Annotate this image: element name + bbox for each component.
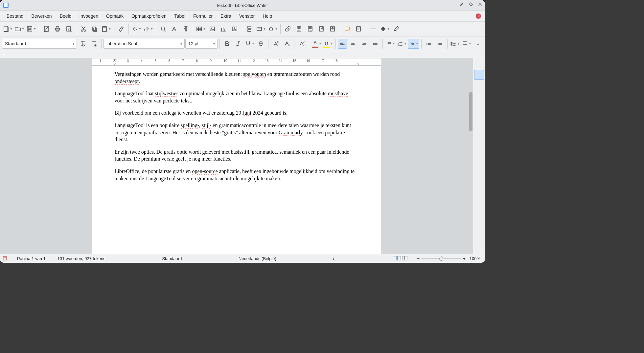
export-pdf-button[interactable]: [41, 24, 52, 34]
bullet-list-button[interactable]: ▼: [385, 39, 396, 49]
text-run[interactable]: Bij voorbeeld om een collega te vertelle…: [115, 110, 243, 116]
paragraph[interactable]: Vergissingen worden gemarkeerd met versc…: [115, 71, 358, 85]
text-run[interactable]: .: [139, 78, 140, 84]
menu-tabel[interactable]: Tabel: [171, 11, 189, 21]
formatting-marks-button[interactable]: [180, 24, 191, 34]
menu-beeld[interactable]: Beeld: [56, 11, 76, 21]
italic-button[interactable]: [233, 39, 243, 49]
insert-textbox-button[interactable]: [229, 24, 240, 34]
left-indent-marker[interactable]: △: [114, 62, 117, 65]
update-style-button[interactable]: [78, 39, 88, 49]
menu-bewerken[interactable]: Bewerken: [27, 11, 56, 21]
insert-footnote-button[interactable]: [294, 24, 304, 34]
spelling-error[interactable]: stijlwesties: [155, 91, 178, 96]
insert-comment-button[interactable]: [342, 24, 353, 34]
menu-help[interactable]: Help: [259, 11, 276, 21]
insert-bookmark-button[interactable]: [316, 24, 327, 34]
paragraph-style-combo[interactable]: Standaard: [2, 39, 77, 49]
paragraph[interactable]: Bij voorbeeld om een collega te vertelle…: [115, 109, 358, 117]
align-center-button[interactable]: [348, 39, 358, 49]
right-indent-marker[interactable]: △: [356, 62, 359, 65]
sidebar-manage-changes-button[interactable]: [474, 134, 484, 143]
strikethrough-button[interactable]: [256, 39, 266, 49]
paragraph[interactable]: LibreOffice, de populairste gratis en op…: [115, 168, 358, 182]
menu-invoegen[interactable]: Invoegen: [75, 11, 102, 21]
text-run[interactable]: en grammaticafouten worden rood: [266, 71, 340, 77]
save-button[interactable]: ▼: [26, 24, 37, 34]
undo-button[interactable]: ▼: [131, 24, 142, 34]
number-list-button[interactable]: 123▼: [396, 39, 407, 49]
close-button[interactable]: [478, 2, 482, 7]
insert-field-button[interactable]: ▼: [255, 24, 266, 34]
menu-extra[interactable]: Extra: [217, 11, 235, 21]
zoom-out-button[interactable]: −: [417, 256, 420, 261]
clear-formatting-button[interactable]: [296, 39, 307, 49]
increase-indent-button[interactable]: [424, 39, 434, 49]
status-view-layout[interactable]: [391, 255, 409, 262]
status-language[interactable]: Nederlands (België): [237, 255, 278, 262]
print-preview-button[interactable]: [63, 24, 74, 34]
sidebar-gallery-button[interactable]: [474, 92, 484, 101]
spelling-error[interactable]: Grammarly: [279, 130, 303, 135]
sidebar-page-deck-button[interactable]: [474, 113, 484, 122]
sidebar-navigator-button[interactable]: [474, 102, 484, 111]
status-insert-mode[interactable]: I_: [331, 255, 338, 262]
document-canvas[interactable]: 123456789101112131415161718▽△△ Vergissin…: [0, 58, 473, 254]
document-page[interactable]: Vergissingen worden gemarkeerd met versc…: [92, 65, 381, 254]
para-spacing-button[interactable]: ▼: [461, 39, 472, 49]
zoom-in-button[interactable]: +: [463, 256, 466, 261]
spelling-error[interactable]: Juni: [242, 110, 251, 116]
paragraph[interactable]: Er zijn twee opties. De gratis optie wor…: [115, 148, 358, 163]
text-run[interactable]: ,: [199, 122, 202, 128]
insert-page-break-button[interactable]: [244, 24, 255, 34]
zoom-percent[interactable]: 100%: [468, 255, 482, 262]
clone-formatting-button[interactable]: [116, 24, 126, 34]
copy-button[interactable]: [89, 24, 100, 34]
paragraph[interactable]: [115, 187, 358, 194]
text-run[interactable]: Vergissingen worden gemarkeerd met versc…: [115, 71, 243, 77]
font-name-combo[interactable]: Liberation Serif: [104, 39, 185, 49]
menu-opmaakprofielen[interactable]: Opmaakprofielen: [127, 11, 171, 21]
text-run[interactable]: Er zijn twee opties. De gratis optie wor…: [115, 149, 349, 162]
status-page-style[interactable]: Standaard: [160, 255, 184, 262]
spelling-error[interactable]: musthave: [328, 91, 348, 96]
text-run[interactable]: LanguageTool is een populaire: [115, 122, 181, 128]
sidebar-styles-button[interactable]: [474, 81, 484, 90]
redo-button[interactable]: ▼: [143, 24, 154, 34]
sidebar-style-inspector-button[interactable]: [474, 123, 484, 132]
font-color-button[interactable]: ▼: [311, 39, 322, 49]
align-left-button[interactable]: [338, 39, 347, 49]
close-document-button[interactable]: ✕: [476, 13, 481, 19]
decrease-indent-button[interactable]: [435, 39, 445, 49]
insert-cross-reference-button[interactable]: [327, 24, 338, 34]
spelling-error[interactable]: spelvouten: [243, 71, 266, 77]
align-right-button[interactable]: [359, 39, 369, 49]
paragraph[interactable]: LanguageTool is een populaire spelling-,…: [115, 122, 358, 143]
zoom-slider[interactable]: [422, 258, 461, 259]
minimize-button[interactable]: [459, 2, 464, 7]
bold-button[interactable]: [222, 39, 232, 49]
text-run[interactable]: 2024 gebeurd is.: [251, 110, 288, 116]
menu-venster[interactable]: Venster: [235, 11, 259, 21]
insert-line-button[interactable]: [368, 24, 379, 34]
sidebar-properties-button[interactable]: [474, 59, 484, 69]
menu-opmaak[interactable]: Opmaak: [102, 11, 127, 21]
underline-button[interactable]: ▼: [244, 39, 255, 49]
status-page[interactable]: Pagina 1 van 1: [15, 255, 48, 262]
print-button[interactable]: [52, 24, 63, 34]
insert-special-char-button[interactable]: ▼: [267, 24, 278, 34]
line-spacing-button[interactable]: ▼: [449, 39, 460, 49]
align-justify-button[interactable]: [370, 39, 380, 49]
outline-button[interactable]: ▼: [408, 39, 419, 49]
new-button[interactable]: ▼: [2, 24, 13, 34]
subscript-button[interactable]: b: [282, 39, 292, 49]
highlight-color-button[interactable]: ▼: [323, 39, 334, 49]
find-button[interactable]: [158, 24, 169, 34]
text-run[interactable]: LibreOffice, de populairste gratis en: [115, 168, 192, 174]
insert-hyperlink-button[interactable]: [283, 24, 293, 34]
status-wordcount[interactable]: 131 woorden, 927 tekens: [56, 255, 107, 262]
cut-button[interactable]: [78, 24, 89, 34]
text-run[interactable]: zo optimaal mogelijk zien in het blauw. …: [178, 91, 328, 96]
save-status-icon[interactable]: [3, 256, 7, 261]
menu-formulier[interactable]: Formulier: [189, 11, 217, 21]
